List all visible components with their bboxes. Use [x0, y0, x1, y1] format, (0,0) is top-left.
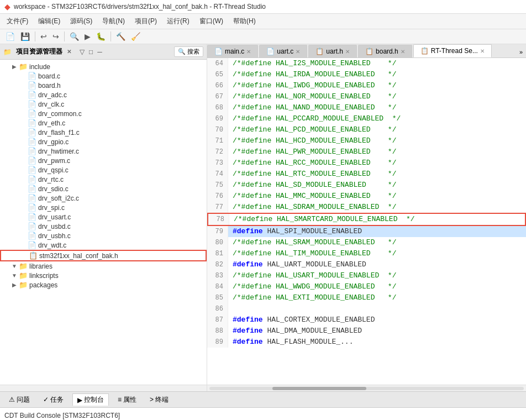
line-content-64[interactable]: /*#define HAL_I2S_MODULE_ENABLED */	[228, 58, 526, 69]
line-content-68[interactable]: /*#define HAL_NAND_MODULE_ENABLED */	[228, 102, 526, 113]
toolbar-new[interactable]: 📄	[3, 31, 17, 42]
tree-item-linkscripts[interactable]: ▼📁linkscripts	[0, 271, 207, 280]
tree-item-drv_flash[interactable]: 📄drv_flash_f1.c	[0, 128, 207, 137]
toolbar-build[interactable]: 🔨	[114, 31, 128, 42]
tree-scrollbar[interactable]	[0, 385, 207, 391]
editor-tab-rt_thread_se[interactable]: 📋RT-Thread Se...✕	[413, 44, 492, 57]
line-content-70[interactable]: /*#define HAL_PCD_MODULE_ENABLED */	[228, 124, 526, 135]
tab-icon-board_h: 📋	[365, 48, 374, 55]
editor-tab-main_c[interactable]: 📄main.c✕	[207, 45, 258, 57]
tree-item-stm32f1xx_hal_conf_bak[interactable]: 📋stm32f1xx_hal_conf_bak.h	[0, 250, 207, 261]
line-content-81[interactable]: /*#define HAL_TIM_MODULE_ENABLED */	[228, 248, 526, 259]
tree-label-drv_eth: drv_eth.c	[38, 119, 65, 127]
toolbar-search[interactable]: 🔍	[67, 31, 81, 42]
tree-item-drv_usbd[interactable]: 📄drv_usbd.c	[0, 222, 207, 231]
tab-close-rt_thread_se[interactable]: ✕	[480, 48, 485, 54]
tab-close-board_h[interactable]: ✕	[401, 49, 405, 55]
tree-item-drv_clk[interactable]: 📄drv_clk.c	[0, 99, 207, 109]
tree-item-drv_common[interactable]: 📄drv_common.c	[0, 109, 207, 118]
file-icon-drv_rtc: 📄	[28, 175, 36, 183]
menu-item-s[interactable]: 源码(S)	[66, 15, 97, 28]
tree-item-include[interactable]: ▶📁include	[0, 62, 207, 71]
file-icon-drv_hwtimer: 📄	[28, 147, 36, 155]
code-line-81: 81/*#define HAL_TIM_MODULE_ENABLED */	[207, 248, 526, 259]
line-content-78[interactable]: /*#define HAL_SMARTCARD_MODULE_ENABLED *…	[229, 214, 525, 225]
toolbar-run[interactable]: ▶	[82, 31, 93, 42]
tree-item-drv_spi[interactable]: 📄drv_spi.c	[0, 203, 207, 212]
line-content-83[interactable]: /*#define HAL_USART_MODULE_ENABLED */	[228, 270, 526, 281]
line-content-80[interactable]: /*#define HAL_SRAM_MODULE_ENABLED */	[228, 237, 526, 248]
code-line-64: 64/*#define HAL_I2S_MODULE_ENABLED */	[207, 58, 526, 69]
tree-item-drv_eth[interactable]: 📄drv_eth.c	[0, 118, 207, 128]
tab-more-button[interactable]: »	[516, 46, 526, 57]
panel-expand[interactable]: □	[87, 48, 94, 56]
line-content-69[interactable]: /*#define HAL_PCCARD_MODULE_ENABLED */	[228, 113, 526, 124]
menu-item-r[interactable]: 运行(R)	[162, 15, 194, 28]
panel-minimize[interactable]: ─	[96, 48, 104, 56]
tree-item-drv_hwtimer[interactable]: 📄drv_hwtimer.c	[0, 146, 207, 156]
panel-collapse[interactable]: ▽	[78, 48, 86, 56]
bottom-tab-terminal[interactable]: > 终端	[145, 393, 173, 406]
menu-item-e[interactable]: 编辑(E)	[34, 15, 65, 28]
tab-close-uart_h[interactable]: ✕	[345, 49, 350, 55]
comment-span: /*#define HAL_USART_MODULE_ENABLED */	[233, 271, 396, 280]
tree-item-drv_soft_i2c[interactable]: 📄drv_soft_i2c.c	[0, 193, 207, 203]
line-content-89[interactable]: #define HAL_FLASH_MODULE_...	[228, 337, 526, 348]
line-content-72[interactable]: /*#define HAL_PWR_MODULE_ENABLED */	[228, 146, 526, 158]
toolbar-clean[interactable]: 🧹	[129, 31, 143, 42]
tree-item-board_h[interactable]: 📄board.h	[0, 81, 207, 90]
menu-item-w[interactable]: 窗口(W)	[195, 15, 228, 28]
bottom-tab-properties[interactable]: ≡ 属性	[113, 393, 141, 406]
line-content-84[interactable]: /*#define HAL_WWDG_MODULE_ENABLED */	[228, 281, 526, 292]
code-line-66: 66/*#define HAL_IWDG_MODULE_ENABLED */	[207, 80, 526, 91]
tree-item-drv_wdt[interactable]: 📄drv_wdt.c	[0, 240, 207, 250]
tree-item-drv_adc[interactable]: 📄drv_adc.c	[0, 90, 207, 99]
menu-item-p[interactable]: 项目(P)	[130, 15, 161, 28]
editor-tab-uart_c[interactable]: 📄uart.c✕	[259, 45, 307, 57]
line-content-67[interactable]: /*#define HAL_NOR_MODULE_ENABLED */	[228, 91, 526, 102]
line-content-76[interactable]: /*#define HAL_MMC_MODULE_ENABLED */	[228, 191, 526, 202]
line-content-82[interactable]: #define HAL_UART_MODULE_ENABLED	[228, 259, 526, 270]
line-content-87[interactable]: #define HAL_CORTEX_MODULE_ENABLED	[228, 314, 526, 326]
tree-item-drv_usbh[interactable]: 📄drv_usbh.c	[0, 231, 207, 240]
menu-item-n[interactable]: 导航(N)	[98, 15, 129, 28]
line-content-79[interactable]: #define HAL_SPI_MODULE_ENABLED	[228, 226, 526, 237]
tree-item-drv_usart[interactable]: 📄drv_usart.c	[0, 212, 207, 222]
toolbar-debug[interactable]: 🐛	[94, 31, 108, 42]
menu-item-h[interactable]: 帮助(H)	[229, 15, 260, 28]
toolbar-save[interactable]: 💾	[18, 31, 32, 42]
line-content-71[interactable]: /*#define HAL_HCD_MODULE_ENABLED */	[228, 135, 526, 146]
line-content-73[interactable]: /*#define HAL_RCC_MODULE_ENABLED */	[228, 158, 526, 169]
toolbar-redo[interactable]: ↪	[50, 31, 61, 42]
line-content-74[interactable]: /*#define HAL_RTC_MODULE_ENABLED */	[228, 169, 526, 180]
line-content-75[interactable]: /*#define HAL_SD_MODULE_ENABLED */	[228, 180, 526, 191]
line-content-77[interactable]: /*#define HAL_SDRAM_MODULE_ENABLED */	[228, 202, 526, 213]
tree-item-drv_pwm[interactable]: 📄drv_pwm.c	[0, 156, 207, 165]
tree-item-board_c[interactable]: 📄board.c	[0, 71, 207, 81]
search-button[interactable]: 🔍 搜索	[174, 46, 203, 57]
line-content-85[interactable]: /*#define HAL_EXTI_MODULE_ENABLED */	[228, 292, 526, 303]
toolbar-undo[interactable]: ↩	[38, 31, 49, 42]
editor-tab-board_h[interactable]: 📋board.h✕	[358, 45, 412, 57]
tree-view[interactable]: ▶📁include📄board.c📄board.h📄drv_adc.c📄drv_…	[0, 60, 207, 385]
code-editor[interactable]: 64/*#define HAL_I2S_MODULE_ENABLED */65/…	[207, 58, 526, 385]
tree-item-drv_rtc[interactable]: 📄drv_rtc.c	[0, 175, 207, 184]
tree-item-drv_qspi[interactable]: 📄drv_qspi.c	[0, 165, 207, 175]
tab-close-uart_c[interactable]: ✕	[296, 49, 300, 55]
menu-item-f[interactable]: 文件(F)	[2, 15, 33, 28]
bottom-tab-console[interactable]: ▶ 控制台	[72, 393, 109, 406]
tree-item-drv_gpio[interactable]: 📄drv_gpio.c	[0, 137, 207, 146]
tree-item-libraries[interactable]: ▼📁libraries	[0, 261, 207, 271]
editor-tab-uart_h[interactable]: 📋uart.h✕	[308, 45, 357, 57]
line-content-86[interactable]	[228, 303, 526, 314]
tree-item-drv_sdio[interactable]: 📄drv_sdio.c	[0, 184, 207, 193]
tree-item-packages[interactable]: ▶📁packages	[0, 280, 207, 290]
tab-close-main_c[interactable]: ✕	[246, 49, 251, 55]
bottom-tab-tasks[interactable]: ✓ 任务	[39, 393, 68, 406]
line-content-88[interactable]: #define HAL_DMA_MODULE_ENABLED	[228, 326, 526, 337]
editor-scrollbar[interactable]	[207, 385, 526, 391]
line-content-65[interactable]: /*#define HAL_IRDA_MODULE_ENABLED */	[228, 69, 526, 80]
code-line-83: 83/*#define HAL_USART_MODULE_ENABLED */	[207, 270, 526, 281]
bottom-tab-problems[interactable]: ⚠ 问题	[4, 393, 34, 406]
line-content-66[interactable]: /*#define HAL_IWDG_MODULE_ENABLED */	[228, 80, 526, 91]
